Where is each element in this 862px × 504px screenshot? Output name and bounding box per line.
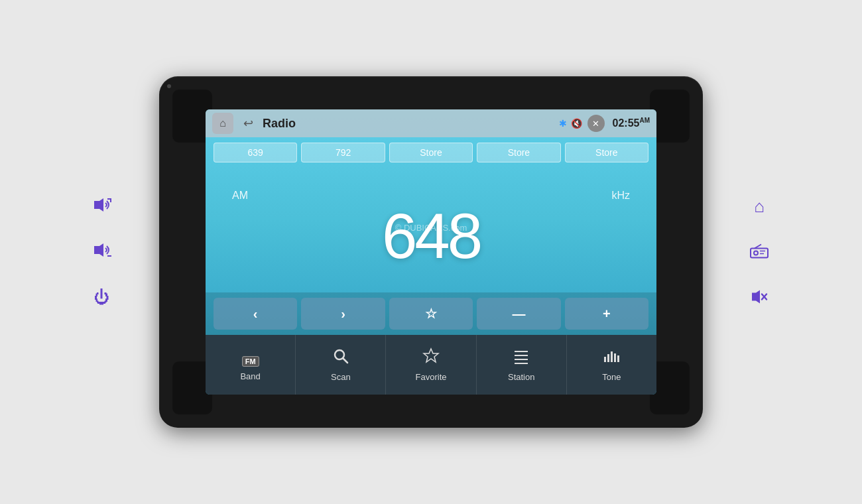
clock-display: 02:55AM <box>613 117 650 129</box>
next-button[interactable]: › <box>301 298 385 330</box>
bottom-navigation: FM Band Scan <box>206 335 656 395</box>
nav-item-scan[interactable]: Scan <box>296 335 386 395</box>
top-bar: ⌂ ↩ Radio ✱ 🔇 ✕ 02:55AM <box>206 109 656 137</box>
preset-button-1[interactable]: 639 <box>214 143 297 162</box>
touchscreen: ⌂ ↩ Radio ✱ 🔇 ✕ 02:55AM 639 792 Store St… <box>206 109 656 395</box>
home-right-button[interactable]: ⌂ <box>754 196 765 217</box>
svg-rect-13 <box>607 354 609 362</box>
radio-right-button[interactable] <box>749 243 769 263</box>
mute-icon: 🔇 <box>571 118 582 129</box>
preset-button-3[interactable]: Store <box>389 143 473 162</box>
controls-row: ‹ › ☆ — + <box>206 292 656 335</box>
car-infotainment-unit: ⏻ ⌂ ↩ Radio ✱ 🔇 ✕ 02:55AM <box>133 53 729 451</box>
presets-row: 639 792 Store Store Store <box>206 137 656 165</box>
band-label: AM <box>232 190 248 202</box>
svg-rect-12 <box>604 357 606 362</box>
svg-line-6 <box>343 358 347 363</box>
back-button[interactable]: ↩ <box>239 114 257 133</box>
bluetooth-icon: ✱ <box>559 118 567 129</box>
favorite-nav-label: Favorite <box>416 372 447 382</box>
power-button[interactable]: ⏻ <box>94 288 110 306</box>
frequency-area: AM kHz 648 © DUBICARS.com <box>206 165 656 292</box>
left-physical-buttons: ⏻ <box>93 198 111 306</box>
scan-icon <box>332 347 349 369</box>
right-physical-buttons: ⌂ <box>749 196 769 308</box>
svg-marker-3 <box>94 243 103 257</box>
volume-down-button[interactable] <box>93 243 111 261</box>
preset-button-4[interactable]: Store <box>477 143 560 162</box>
svg-marker-7 <box>424 349 438 362</box>
svg-rect-16 <box>617 355 619 362</box>
svg-rect-14 <box>611 351 613 362</box>
preset-button-2[interactable]: 792 <box>301 143 385 162</box>
band-icon: FM <box>242 348 259 369</box>
unit-label: kHz <box>611 190 630 202</box>
mute-right-button[interactable] <box>751 290 768 308</box>
camera <box>167 84 171 88</box>
band-nav-label: Band <box>240 371 260 381</box>
nav-item-favorite[interactable]: Favorite <box>386 335 476 395</box>
minus-button[interactable]: — <box>477 298 560 330</box>
svg-point-18 <box>754 251 758 255</box>
screen-title: Radio <box>263 117 554 131</box>
scan-nav-label: Scan <box>331 372 351 382</box>
status-icons: ✱ 🔇 <box>559 118 582 129</box>
station-nav-label: Station <box>508 372 534 382</box>
plus-button[interactable]: + <box>565 298 648 330</box>
nav-item-station[interactable]: Station <box>477 335 567 395</box>
favorite-icon <box>422 347 440 369</box>
svg-marker-0 <box>94 198 103 212</box>
close-button[interactable]: ✕ <box>587 115 605 132</box>
svg-rect-15 <box>614 353 616 362</box>
watermark: © DUBICARS.com <box>395 223 467 233</box>
svg-rect-17 <box>751 249 768 258</box>
svg-marker-22 <box>752 290 760 304</box>
tone-icon <box>603 347 620 369</box>
nav-item-band[interactable]: FM Band <box>206 335 296 395</box>
station-icon <box>513 347 530 369</box>
frequency-display: 648 <box>382 204 480 268</box>
nav-item-tone[interactable]: Tone <box>567 335 656 395</box>
favorite-toggle-button[interactable]: ☆ <box>389 298 473 330</box>
volume-up-button[interactable] <box>93 198 111 216</box>
preset-button-5[interactable]: Store <box>565 143 648 162</box>
home-button[interactable]: ⌂ <box>212 113 233 134</box>
screen-bezel: ⌂ ↩ Radio ✱ 🔇 ✕ 02:55AM 639 792 Store St… <box>159 76 703 428</box>
tone-nav-label: Tone <box>602 372 621 382</box>
prev-button[interactable]: ‹ <box>214 298 297 330</box>
